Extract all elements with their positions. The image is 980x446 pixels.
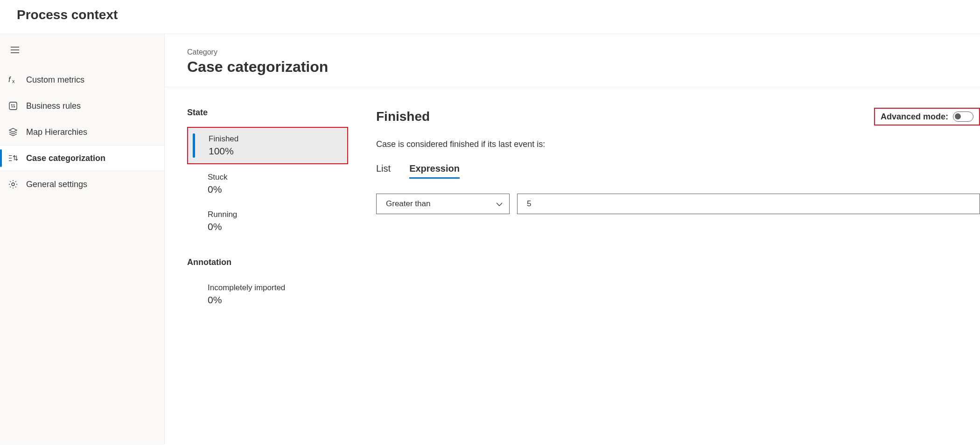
svg-marker-10 <box>9 128 17 132</box>
svg-point-6 <box>11 105 13 106</box>
detail-description: Case is considered finished if its last … <box>376 139 980 149</box>
rules-icon <box>8 101 18 111</box>
operator-select[interactable]: Greater than <box>376 194 510 214</box>
gear-icon <box>8 180 18 189</box>
svg-point-7 <box>14 106 15 108</box>
svg-rect-5 <box>9 102 17 110</box>
tab-expression[interactable]: Expression <box>409 163 460 179</box>
detail-tabs: List Expression <box>376 163 980 179</box>
state-item-stuck[interactable]: Stuck 0% <box>187 166 348 202</box>
svg-point-16 <box>12 183 14 186</box>
state-item-finished[interactable]: Finished 100% <box>187 127 348 164</box>
sidebar-item-business-rules[interactable]: Business rules <box>0 93 164 119</box>
state-value: 0% <box>208 184 339 195</box>
annotation-value: 0% <box>208 294 339 306</box>
sidebar-item-label: Case categorization <box>26 153 105 163</box>
page-title: Case categorization <box>187 58 980 87</box>
state-name: Stuck <box>208 173 339 182</box>
categorize-icon <box>8 153 18 163</box>
sidebar-item-label: Map Hierarchies <box>26 127 87 137</box>
advanced-mode-label: Advanced mode: <box>881 112 948 122</box>
layers-icon <box>8 127 18 137</box>
state-name: Running <box>208 210 339 219</box>
annotation-item-incomplete[interactable]: Incompletely imported 0% <box>187 277 348 312</box>
advanced-mode-control: Advanced mode: <box>874 108 980 125</box>
app-title: Process context <box>17 7 963 22</box>
svg-text:x: x <box>12 78 15 84</box>
hamburger-icon[interactable] <box>4 39 26 61</box>
category-label: Category <box>187 48 980 56</box>
value-input[interactable] <box>517 194 980 214</box>
state-section-header: State <box>187 108 348 118</box>
advanced-mode-toggle[interactable] <box>953 112 973 122</box>
annotation-name: Incompletely imported <box>208 283 339 293</box>
sidebar-item-label: General settings <box>26 180 87 189</box>
state-value: 100% <box>209 146 338 157</box>
detail-title: Finished <box>376 109 430 124</box>
sidebar-item-case-categorization[interactable]: Case categorization <box>0 145 164 171</box>
state-name: Finished <box>209 134 338 144</box>
chevron-down-icon <box>496 199 503 209</box>
sidebar: fx Custom metrics Business rules Map Hie… <box>0 34 165 445</box>
sidebar-item-custom-metrics[interactable]: fx Custom metrics <box>0 67 164 93</box>
sidebar-item-label: Custom metrics <box>26 75 84 85</box>
state-value: 0% <box>208 221 339 232</box>
state-item-running[interactable]: Running 0% <box>187 203 348 239</box>
sidebar-item-general-settings[interactable]: General settings <box>0 171 164 197</box>
fx-icon: fx <box>8 75 18 84</box>
sidebar-item-label: Business rules <box>26 101 81 111</box>
tab-list[interactable]: List <box>376 163 391 179</box>
operator-select-value: Greater than <box>386 199 430 209</box>
sidebar-item-map-hierarchies[interactable]: Map Hierarchies <box>0 119 164 145</box>
annotation-section-header: Annotation <box>187 258 348 267</box>
svg-text:f: f <box>8 76 11 84</box>
